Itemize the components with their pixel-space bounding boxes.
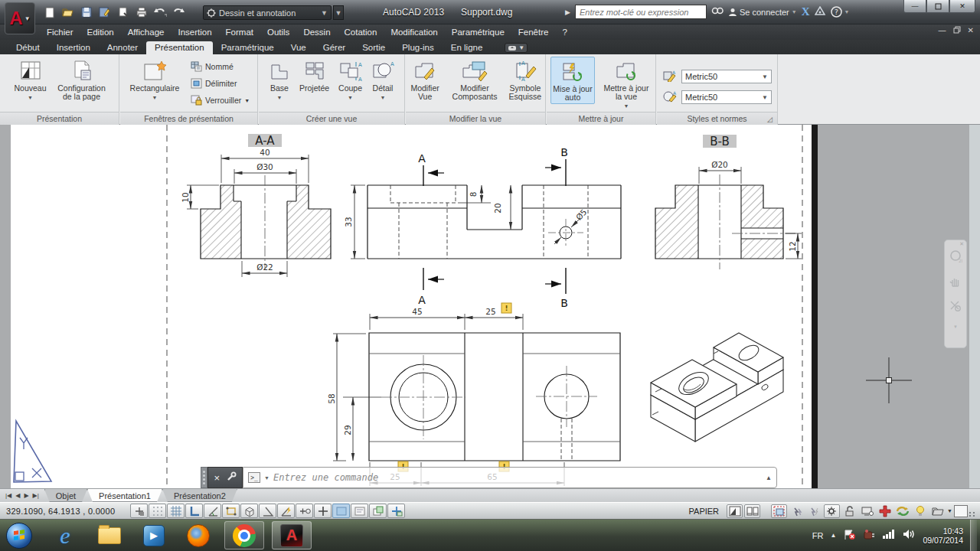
next-layout-icon[interactable]: ▶: [24, 492, 28, 499]
tab-presentation2[interactable]: Présentation2: [162, 489, 237, 502]
menu-edition[interactable]: Edition: [80, 24, 121, 40]
snap-mode-button[interactable]: [149, 504, 166, 518]
network-signal-icon[interactable]: [882, 529, 896, 542]
tab-parametrique[interactable]: Paramétrique: [213, 41, 283, 54]
zoom-icon[interactable]: [949, 300, 962, 314]
close-button[interactable]: ✕: [949, 0, 975, 13]
taskbar-firefox[interactable]: [185, 523, 211, 549]
tab-insertion[interactable]: Insertion: [48, 41, 99, 54]
taskbar-media-player[interactable]: ▶: [141, 523, 167, 549]
menu-parametrique[interactable]: Paramétrique: [445, 24, 511, 40]
model-paper-icon[interactable]: [727, 504, 743, 518]
grid-display-button[interactable]: [167, 504, 185, 518]
3d-object-snap-button[interactable]: [240, 504, 258, 518]
nouveau-button[interactable]: Nouveau▼: [9, 57, 52, 103]
lineweight-button[interactable]: [314, 504, 332, 518]
delimiter-button[interactable]: Délimiter: [191, 75, 250, 92]
minimize-button[interactable]: —: [903, 0, 926, 13]
section-style-icon[interactable]: A: [663, 70, 677, 84]
drawing-canvas[interactable]: A-A 40 Ø30 10 Ø22 Ø5: [0, 125, 980, 488]
undo-button[interactable]: [153, 6, 167, 18]
navigation-bar[interactable]: ✕ 2D ▼: [944, 240, 967, 348]
menu-aide[interactable]: ?: [555, 24, 573, 40]
tab-plugins[interactable]: Plug-ins: [394, 41, 443, 54]
command-window-grip[interactable]: [201, 467, 207, 488]
save-as-icon[interactable]: [98, 6, 112, 18]
selection-cycling-button[interactable]: [369, 504, 387, 518]
first-layout-icon[interactable]: |◀: [5, 492, 11, 499]
bulb-icon[interactable]: [912, 504, 928, 518]
nomme-button[interactable]: Nommé: [191, 58, 250, 75]
menu-affichage[interactable]: Affichage: [121, 24, 172, 40]
quick-properties-button[interactable]: [351, 504, 368, 518]
symbole-esquisse-button[interactable]: AA Symbole Esquisse: [505, 57, 545, 103]
configuration-page-button[interactable]: Configuration de la page: [54, 57, 110, 103]
tab-sortie[interactable]: Sortie: [354, 41, 394, 54]
infocenter-toggle-icon[interactable]: ▶: [565, 8, 570, 16]
help-button[interactable]: ? ▼: [831, 6, 850, 18]
base-button[interactable]: Base▼: [267, 57, 292, 103]
object-snap-button[interactable]: [222, 504, 240, 518]
gear-icon[interactable]: [824, 504, 840, 518]
new-file-icon[interactable]: [43, 6, 57, 18]
plot-preview-icon[interactable]: [116, 6, 130, 18]
detail-style-icon[interactable]: A: [663, 90, 677, 105]
action-center-icon[interactable]: [843, 529, 856, 543]
tab-objet[interactable]: Objet: [44, 489, 87, 502]
share-icon[interactable]: [815, 6, 826, 18]
ribbon-display-toggle[interactable]: ▼: [505, 43, 528, 53]
unlock-icon[interactable]: [841, 504, 858, 518]
tab-presentation[interactable]: Présentation: [146, 41, 213, 54]
pan-hand-icon[interactable]: [949, 276, 962, 289]
doc-minimize-button[interactable]: —: [939, 26, 946, 35]
mise-a-jour-auto-button[interactable]: Mise à jour auto: [550, 57, 595, 104]
close-icon[interactable]: ×: [214, 473, 220, 483]
command-history-icon[interactable]: ▲: [766, 474, 772, 481]
wrench-icon[interactable]: [226, 471, 237, 484]
panel-label[interactable]: Fenêtres de présentation: [120, 112, 257, 125]
annotation-visibility-icon[interactable]: [789, 504, 805, 518]
taskbar-chrome[interactable]: [224, 521, 264, 549]
speaker-icon[interactable]: [903, 529, 916, 542]
start-button[interactable]: [6, 523, 32, 549]
tab-debut[interactable]: Début: [8, 41, 48, 54]
workspace-menu-button[interactable]: ▼: [333, 5, 344, 20]
panel-launcher-icon[interactable]: ◿: [767, 116, 775, 123]
redo-button[interactable]: [172, 6, 185, 18]
ortho-mode-button[interactable]: [185, 504, 203, 518]
restore-button[interactable]: [926, 0, 949, 13]
annotation-warning-badge[interactable]: !: [501, 303, 511, 313]
taskbar-clock[interactable]: 10:43 09/07/2014: [923, 527, 963, 545]
chevron-down-icon[interactable]: ▼: [953, 324, 958, 329]
tab-presentation1[interactable]: Présentation1: [87, 489, 162, 502]
close-icon[interactable]: ✕: [959, 241, 964, 247]
show-desktop-button[interactable]: [970, 520, 977, 551]
dynamic-ucs-button[interactable]: [277, 504, 295, 518]
search-icon[interactable]: [711, 6, 724, 18]
clean-screen-button[interactable]: [954, 505, 968, 517]
annotation-autoscale-icon[interactable]: [806, 504, 822, 518]
chevron-down-icon[interactable]: ▼: [947, 508, 952, 514]
tray-expand-icon[interactable]: ▲: [831, 532, 837, 539]
polar-tracking-button[interactable]: [204, 504, 221, 518]
mettre-a-jour-vue-button[interactable]: Mettre à jour la vue▼: [601, 57, 652, 112]
tab-gerer[interactable]: Gérer: [315, 41, 354, 54]
tray-settings-icon[interactable]: [929, 504, 946, 518]
menu-fenetre[interactable]: Fenêtre: [511, 24, 556, 40]
steering-wheel-icon[interactable]: 2D: [949, 249, 962, 265]
hardware-acceleration-icon[interactable]: [859, 504, 875, 518]
menu-fichier[interactable]: Fichier: [40, 24, 80, 40]
right-scrollbar[interactable]: [969, 125, 980, 488]
transparency-button[interactable]: [332, 504, 350, 518]
taskbar-explorer[interactable]: [96, 523, 122, 549]
workspace-selector[interactable]: Dessin et annotation ▼: [203, 5, 332, 20]
paper-space-button[interactable]: PAPIER: [684, 506, 724, 517]
object-snap-tracking-button[interactable]: [259, 504, 276, 518]
open-file-icon[interactable]: [61, 6, 75, 18]
quick-view-layouts-icon[interactable]: [744, 504, 760, 518]
detail-style-combo[interactable]: Metric50▼: [681, 90, 772, 104]
dynamic-input-button[interactable]: [296, 504, 313, 518]
menu-cotation[interactable]: Cotation: [338, 24, 384, 40]
taskbar-internet-explorer[interactable]: e: [52, 523, 78, 549]
exchange-apps-icon[interactable]: X: [802, 5, 810, 18]
